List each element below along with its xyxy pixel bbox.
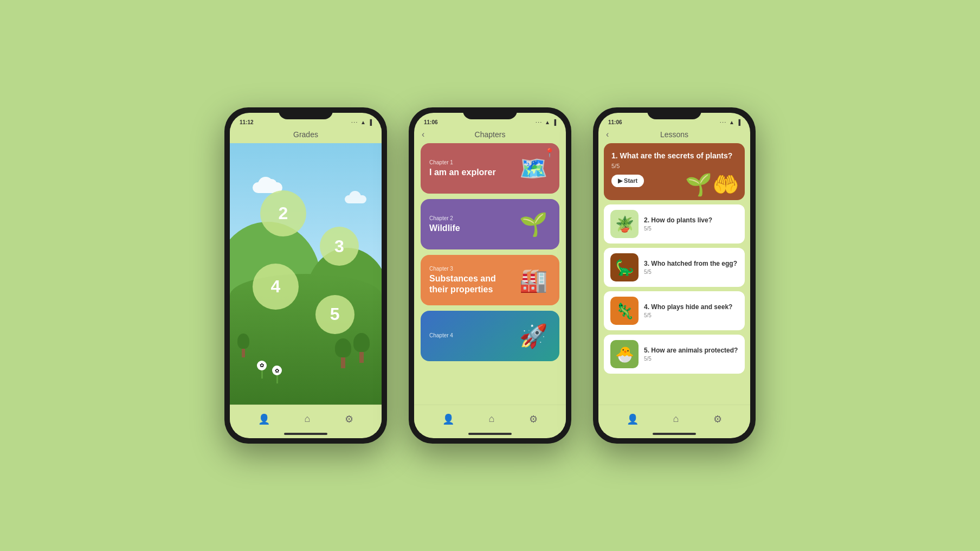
chapter-2-icon: 🌱 bbox=[515, 207, 551, 242]
lessons-header: ‹ Lessons bbox=[598, 128, 750, 143]
time-1: 11:12 bbox=[240, 119, 254, 125]
lesson-card-3[interactable]: 🦕 3. Who hatched from the egg? 5/5 bbox=[604, 248, 745, 287]
notch-3 bbox=[647, 107, 701, 119]
time-3: 11:06 bbox=[608, 119, 622, 125]
chapter-1-icon: 🗺️ 📍 bbox=[515, 151, 551, 186]
chapter-4-text: Chapter 4 bbox=[429, 332, 515, 340]
notch bbox=[279, 107, 333, 119]
lesson-4-score: 5/5 bbox=[644, 312, 738, 318]
nav-person-1[interactable]: 👤 bbox=[258, 413, 270, 425]
nav-person-2[interactable]: 👤 bbox=[442, 413, 454, 425]
notch-2 bbox=[463, 107, 517, 119]
tree-2 bbox=[335, 338, 351, 368]
lesson-card-1[interactable]: 1. What are the secrets of plants? 5/5 ▶… bbox=[604, 143, 745, 200]
lesson-5-thumb: 🐣 bbox=[610, 340, 639, 368]
wifi-icon: ▲ bbox=[360, 119, 366, 125]
chapter-3-text: Chapter 3 Substances and their propertie… bbox=[429, 266, 515, 294]
dots-2: ··· bbox=[536, 120, 543, 125]
chapter-1-label: Chapter 1 bbox=[429, 159, 515, 165]
lesson-card-5[interactable]: 🐣 5. How are animals protected? 5/5 bbox=[604, 335, 745, 374]
flower-2: ✿ bbox=[272, 366, 282, 383]
chapter-1-text: Chapter 1 I am an explorer bbox=[429, 159, 515, 177]
chapters-list: Chapter 1 I am an explorer 🗺️ 📍 Chapter … bbox=[414, 143, 566, 405]
lesson-3-thumb: 🦕 bbox=[610, 253, 639, 281]
phone-grades: 11:12 ··· ▲ ▐ Grades bbox=[224, 107, 387, 444]
lesson-4-info: 4. Who plays hide and seek? 5/5 bbox=[644, 303, 738, 319]
dots-1: ··· bbox=[351, 120, 358, 125]
chapters-title: Chapters bbox=[422, 130, 558, 139]
bottom-nav-1: 👤 ⌂ ⚙ bbox=[230, 405, 382, 433]
lesson-2-info: 2. How do plants live? 5/5 bbox=[644, 216, 738, 232]
lesson-3-info: 3. Who hatched from the egg? 5/5 bbox=[644, 260, 738, 276]
lesson-5-score: 5/5 bbox=[644, 356, 738, 362]
nav-settings-3[interactable]: ⚙ bbox=[713, 413, 722, 425]
chapter-1-name: I am an explorer bbox=[429, 167, 515, 177]
lesson-2-score: 5/5 bbox=[644, 226, 738, 232]
nature-bg: ✿ ✿ bbox=[230, 143, 382, 405]
nav-person-3[interactable]: 👤 bbox=[627, 413, 639, 425]
wifi-icon-2: ▲ bbox=[545, 119, 550, 125]
lesson-card-2[interactable]: 🪴 2. How do plants live? 5/5 bbox=[604, 204, 745, 244]
tree-1 bbox=[353, 333, 370, 363]
battery-icon-3: ▐ bbox=[737, 119, 740, 125]
lesson-card-4[interactable]: 🦎 4. Who plays hide and seek? 5/5 bbox=[604, 291, 745, 330]
lesson-2-title: 2. How do plants live? bbox=[644, 216, 738, 225]
chapter-4-icon: 🚀 bbox=[515, 318, 551, 354]
phone-lessons: 11:06 ··· ▲ ▐ ‹ Lessons 1. What are the … bbox=[593, 107, 756, 444]
chapters-header: ‹ Chapters bbox=[414, 128, 566, 143]
grades-header: Grades bbox=[230, 128, 382, 143]
chapter-card-4[interactable]: Chapter 4 🚀 bbox=[421, 311, 559, 361]
chapter-3-name: Substances and their properties bbox=[429, 273, 515, 294]
back-button-2[interactable]: ‹ bbox=[422, 130, 424, 139]
start-button[interactable]: ▶ Start bbox=[611, 175, 644, 187]
home-indicator-2 bbox=[468, 433, 512, 435]
lesson-3-score: 5/5 bbox=[644, 269, 738, 275]
battery-icon-2: ▐ bbox=[552, 119, 556, 125]
chapter-2-text: Chapter 2 Wildlife bbox=[429, 215, 515, 233]
lesson-1-score: 5/5 bbox=[611, 163, 737, 169]
grade-circle-2[interactable]: 2 bbox=[260, 190, 306, 236]
lesson-5-title: 5. How are animals protected? bbox=[644, 347, 738, 355]
nav-home-2[interactable]: ⌂ bbox=[489, 413, 495, 425]
chapter-3-icon: 🏭 bbox=[515, 262, 551, 298]
chapter-card-1[interactable]: Chapter 1 I am an explorer 🗺️ 📍 bbox=[421, 143, 559, 194]
tree-3 bbox=[237, 334, 249, 357]
nav-home-3[interactable]: ⌂ bbox=[673, 413, 679, 425]
time-2: 11:06 bbox=[424, 119, 438, 125]
back-button-3[interactable]: ‹ bbox=[606, 130, 609, 139]
flower-1: ✿ bbox=[257, 361, 267, 379]
nav-home-1[interactable]: ⌂ bbox=[305, 413, 311, 425]
lesson-1-title: 1. What are the secrets of plants? bbox=[611, 151, 737, 161]
chapter-card-3[interactable]: Chapter 3 Substances and their propertie… bbox=[421, 255, 559, 305]
lessons-list: 1. What are the secrets of plants? 5/5 ▶… bbox=[598, 143, 750, 405]
grade-circle-5[interactable]: 5 bbox=[315, 295, 354, 334]
bottom-nav-2: 👤 ⌂ ⚙ bbox=[414, 405, 566, 433]
lesson-1-image: 🌱🤲 bbox=[685, 172, 739, 197]
chapter-card-2[interactable]: Chapter 2 Wildlife 🌱 bbox=[421, 199, 559, 249]
grade-circle-3[interactable]: 3 bbox=[320, 227, 359, 266]
wifi-icon-3: ▲ bbox=[729, 119, 734, 125]
lesson-5-info: 5. How are animals protected? 5/5 bbox=[644, 347, 738, 362]
nav-settings-1[interactable]: ⚙ bbox=[345, 413, 353, 425]
chapter-3-label: Chapter 3 bbox=[429, 266, 515, 272]
home-indicator-1 bbox=[284, 433, 327, 435]
lessons-title: Lessons bbox=[606, 130, 743, 139]
home-indicator-3 bbox=[653, 433, 696, 435]
phone-chapters: 11:06 ··· ▲ ▐ ‹ Chapters Chapter 1 I am … bbox=[409, 107, 571, 444]
lesson-3-title: 3. Who hatched from the egg? bbox=[644, 260, 738, 268]
lesson-2-thumb: 🪴 bbox=[610, 210, 639, 238]
battery-icon: ▐ bbox=[368, 119, 372, 125]
dots-3: ··· bbox=[720, 120, 727, 125]
chapter-4-label: Chapter 4 bbox=[429, 332, 515, 338]
bottom-nav-3: 👤 ⌂ ⚙ bbox=[598, 405, 750, 433]
lesson-4-thumb: 🦎 bbox=[610, 297, 639, 325]
grades-content: ✿ ✿ 2 3 4 5 bbox=[230, 143, 382, 405]
nav-settings-2[interactable]: ⚙ bbox=[529, 413, 538, 425]
lesson-4-title: 4. Who plays hide and seek? bbox=[644, 303, 738, 312]
chapter-2-name: Wildlife bbox=[429, 223, 515, 233]
chapter-2-label: Chapter 2 bbox=[429, 215, 515, 221]
grade-circle-4[interactable]: 4 bbox=[253, 264, 299, 310]
cloud-2 bbox=[345, 195, 366, 203]
